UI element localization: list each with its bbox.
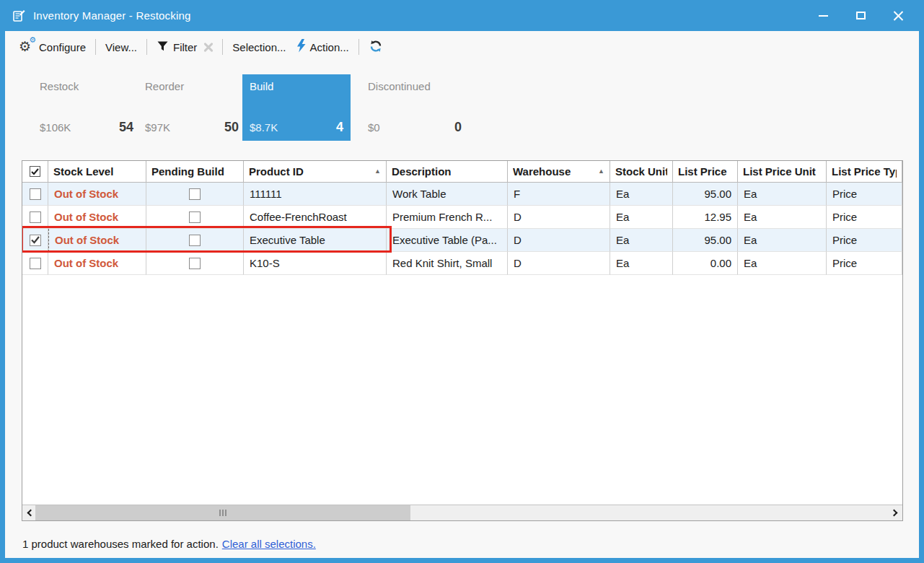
grid-header-row: Stock Level Pending Build Product ID▲ De… <box>22 161 902 183</box>
data-grid: Stock Level Pending Build Product ID▲ De… <box>22 160 903 521</box>
card-value: $0 <box>368 121 380 134</box>
list-price-unit-cell: Ea <box>738 183 827 206</box>
stock-unit-cell: Ea <box>610 183 673 206</box>
list-price-cell: 12.95 <box>673 206 738 229</box>
clear-filter-icon-disabled[interactable] <box>203 42 214 52</box>
table-row[interactable]: Out of Stock 111111 Work Table F Ea 95.0… <box>22 183 902 206</box>
scroll-left-button[interactable] <box>22 505 37 520</box>
selection-label: Selection... <box>232 41 286 53</box>
card-reorder[interactable]: Reorder $97K 50 <box>138 74 246 141</box>
chevron-left-icon <box>27 510 35 517</box>
chevron-right-icon <box>891 510 898 517</box>
list-price-type-cell: Price <box>827 252 902 275</box>
close-button[interactable] <box>879 0 917 31</box>
column-header-description[interactable]: Description <box>387 161 508 183</box>
configure-label: Configure <box>39 41 86 53</box>
list-price-unit-cell: Ea <box>738 252 827 275</box>
description-cell: Executive Table (Pa... <box>387 229 508 252</box>
view-button[interactable]: View... <box>100 38 142 57</box>
select-all-checkbox[interactable] <box>22 161 48 183</box>
card-label: Build <box>250 80 343 92</box>
horizontal-scrollbar[interactable] <box>22 505 902 520</box>
product-id-cell: 111111 <box>244 183 387 206</box>
column-header-product-id[interactable]: Product ID▲ <box>244 161 387 183</box>
row-checkbox[interactable] <box>22 229 48 252</box>
description-cell: Work Table <box>387 183 508 206</box>
table-row[interactable]: Out of Stock K10-S Red Knit Shirt, Small… <box>22 252 902 275</box>
card-value: $97K <box>145 121 170 134</box>
product-id-cell: K10-S <box>244 252 387 275</box>
toolbar-separator <box>95 39 96 55</box>
table-row[interactable]: Out of Stock Coffee-FrenchRoast Premium … <box>22 206 902 229</box>
maximize-button[interactable] <box>842 0 879 31</box>
card-label: Reorder <box>145 80 239 92</box>
lightning-icon <box>296 39 306 55</box>
row-checkbox[interactable] <box>22 183 48 206</box>
card-count: 54 <box>119 120 133 135</box>
card-restock[interactable]: Restock $106K 54 <box>32 74 141 141</box>
column-header-list-price-type[interactable]: List Price Type <box>827 161 902 183</box>
clear-all-selections-link[interactable]: Clear all selections. <box>222 538 316 550</box>
product-id-cell: Coffee-FrenchRoast <box>244 206 387 229</box>
card-value: $8.7K <box>250 121 278 134</box>
status-bar: 1 product warehouses marked for action. … <box>22 535 316 552</box>
card-discontinued[interactable]: Discontinued $0 0 <box>361 74 469 141</box>
column-header-list-price-unit[interactable]: List Price Unit <box>738 161 827 183</box>
pending-build-checkbox[interactable] <box>146 252 244 275</box>
configure-button[interactable]: ⚙⚙ Configure <box>14 35 91 58</box>
card-label: Restock <box>40 80 133 92</box>
column-header-stock-unit[interactable]: Stock Unit <box>610 161 673 183</box>
sort-asc-icon: ▲ <box>374 161 381 182</box>
list-price-cell: 0.00 <box>673 252 738 275</box>
minimize-button[interactable] <box>804 0 842 31</box>
warehouse-cell: F <box>508 183 610 206</box>
warehouse-cell: D <box>508 206 610 229</box>
card-count: 4 <box>336 120 343 135</box>
list-price-cell: 95.00 <box>673 183 738 206</box>
thumb-grip-icon <box>222 510 224 516</box>
description-cell: Premium French R... <box>387 206 508 229</box>
stock-unit-cell: Ea <box>610 252 673 275</box>
title-bar: Inventory Manager - Restocking <box>0 0 924 31</box>
thumb-grip-icon <box>219 510 221 516</box>
toolbar-separator <box>358 39 359 55</box>
card-build-selected[interactable]: Build $8.7K 4 <box>242 74 351 141</box>
gear-icon: ⚙⚙ <box>19 39 35 55</box>
status-message: 1 product warehouses marked for action. <box>22 538 219 550</box>
card-count: 50 <box>224 120 239 135</box>
refresh-icon <box>369 39 383 56</box>
summary-cards: Restock $106K 54 Reorder $97K 50 Build $… <box>5 74 919 141</box>
row-checkbox[interactable] <box>22 206 48 229</box>
column-header-pending-build[interactable]: Pending Build <box>146 161 244 183</box>
view-label: View... <box>105 41 137 53</box>
checkbox-checked-icon <box>30 235 41 246</box>
row-checkbox[interactable] <box>22 252 48 275</box>
pending-build-checkbox[interactable] <box>146 206 244 229</box>
toolbar-separator <box>222 39 223 55</box>
table-row-selected[interactable]: Out of Stock Executive Table Executive T… <box>22 229 902 252</box>
selection-button[interactable]: Selection... <box>227 38 291 57</box>
scrollbar-thumb[interactable] <box>35 505 410 520</box>
window-title: Inventory Manager - Restocking <box>33 9 191 22</box>
close-icon <box>893 10 904 21</box>
description-cell: Red Knit Shirt, Small <box>387 252 508 275</box>
filter-label: Filter <box>173 41 197 53</box>
column-header-stock-level[interactable]: Stock Level <box>48 161 146 183</box>
list-price-type-cell: Price <box>827 183 902 206</box>
action-button[interactable]: Action... <box>291 35 354 58</box>
scroll-right-button[interactable] <box>888 505 902 520</box>
column-header-warehouse[interactable]: Warehouse▲ <box>508 161 610 183</box>
minimize-icon <box>819 15 828 17</box>
toolbar: ⚙⚙ Configure View... Filter Selection...… <box>5 31 919 63</box>
checkbox-checked-icon <box>30 166 40 177</box>
warehouse-cell: D <box>508 229 610 252</box>
list-price-unit-cell: Ea <box>738 229 827 252</box>
filter-button[interactable]: Filter <box>151 37 202 58</box>
column-header-list-price[interactable]: List Price <box>673 161 738 183</box>
stock-level-cell: Out of Stock <box>48 229 146 252</box>
pending-build-checkbox[interactable] <box>146 229 244 252</box>
refresh-button[interactable] <box>364 35 388 59</box>
warehouse-cell: D <box>508 252 610 275</box>
pending-build-checkbox[interactable] <box>146 183 244 206</box>
toolbar-separator <box>146 39 147 55</box>
